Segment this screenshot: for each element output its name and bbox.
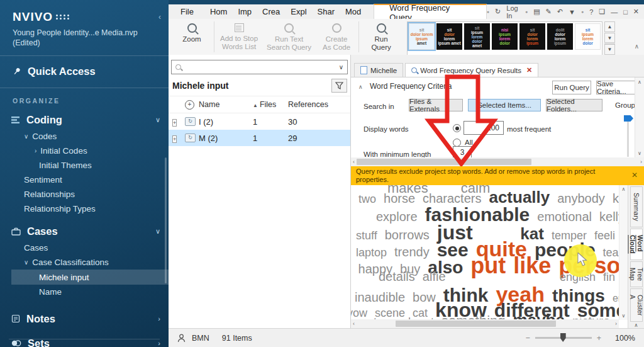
tab-michelle[interactable]: Michelle	[354, 63, 403, 77]
chevron-right-icon[interactable]: ›	[158, 339, 160, 347]
collapse-icon[interactable]: ∧	[358, 84, 363, 90]
criteria-horizontal-scrollbar[interactable]: ‹ ›	[351, 157, 644, 166]
sidebar-item-cases[interactable]: Cases ∨	[0, 222, 169, 241]
minimize-button[interactable]: —	[611, 8, 618, 16]
zoom-in-icon[interactable]: +	[597, 334, 601, 343]
cloud-word[interactable]: explore	[376, 210, 418, 223]
login-button[interactable]: Log In	[506, 4, 519, 20]
selected-folders-button[interactable]: Selected Folders...	[546, 99, 602, 111]
min-length-input[interactable]: 3	[453, 146, 472, 159]
sidebar-scrollbar[interactable]	[165, 157, 167, 283]
sidebar-item-relationship-types[interactable]: Relationship Types	[0, 202, 169, 216]
close-button[interactable]: ✕	[633, 8, 639, 16]
sidebar-item-name[interactable]: Name	[0, 285, 169, 299]
slider-handle-icon[interactable]	[624, 115, 633, 122]
gallery-more-icon[interactable]: ▼	[604, 43, 615, 55]
tab-word-frequency-query[interactable]: Word Frequency Query	[374, 4, 487, 20]
expand-icon[interactable]: +	[172, 135, 177, 143]
column-references[interactable]: References	[288, 100, 350, 109]
column-files[interactable]: ▲Files	[253, 100, 288, 109]
table-header[interactable]: + Name ▲Files References	[169, 96, 350, 113]
gallery-up-icon[interactable]: ▲	[604, 21, 615, 32]
feedback-icon[interactable]: ❏	[599, 8, 605, 16]
cloud-word[interactable]: borrows	[385, 229, 430, 241]
view-tab-cluster-a[interactable]: Cluster A	[630, 288, 643, 322]
cloud-word[interactable]: emotional	[537, 210, 592, 223]
add-column-icon[interactable]: +	[185, 100, 194, 110]
ribbon-tab-hom[interactable]: Hom	[207, 7, 230, 16]
cloud-word[interactable]: kind	[613, 192, 619, 205]
chevron-down-icon[interactable]: ∨	[339, 64, 343, 71]
scrollbar-thumb[interactable]	[396, 321, 556, 327]
expand-icon[interactable]: +	[172, 119, 177, 127]
sidebar-item-initial-themes[interactable]: Initial Themes	[0, 158, 169, 173]
sidebar-item-sentiment[interactable]: Sentiment	[0, 173, 169, 187]
gallery-thumb[interactable]: sitdolor loremipsumamet	[409, 23, 435, 50]
sidebar-item-initial-codes[interactable]: ›Initial Codes	[0, 144, 169, 158]
cloud-word[interactable]: anybody	[557, 192, 605, 205]
cloud-word[interactable]: like	[513, 254, 551, 277]
ribbon-tab-shar[interactable]: Shar	[314, 7, 338, 16]
cloud-word[interactable]: two	[358, 193, 376, 205]
ribbon-tab-file[interactable]: File	[177, 7, 197, 16]
cloud-word[interactable]: alfie	[423, 270, 446, 283]
table-row[interactable]: + ↻ I (2) 1 30	[169, 113, 350, 130]
zoom-slider-thumb[interactable]	[560, 333, 566, 342]
ribbon-collapse-icon[interactable]: ∧	[635, 43, 639, 50]
cloud-word[interactable]: trendy	[394, 246, 430, 258]
selected-items-button[interactable]: Selected Items...	[468, 99, 541, 111]
sidebar-item-case-classifications[interactable]: ∨Case Classifications	[0, 255, 169, 270]
view-tab-tree-map[interactable]: Tree Map	[630, 261, 643, 287]
sidebar-item-codes[interactable]: ∨Codes	[0, 129, 169, 144]
sidebar-item-coding[interactable]: Coding ∨	[0, 110, 169, 129]
criteria-vertical-scrollbar[interactable]: ∧∨	[635, 77, 644, 158]
redo-dropdown-icon[interactable]: ▼	[569, 8, 575, 16]
pencil-icon[interactable]: ✎	[546, 8, 552, 16]
table-row-selected[interactable]: + ↻ M (2) 1 29	[169, 130, 350, 146]
cloud-word[interactable]: details	[379, 270, 415, 283]
filter-button[interactable]	[331, 79, 347, 93]
save-icon[interactable]: ▤	[533, 8, 540, 16]
tab-word-frequency-query-results[interactable]: Word Frequency Query Results ✕	[405, 63, 538, 77]
gallery-thumb[interactable]: sitdolorloremipsum amet	[436, 23, 462, 50]
cloud-horizontal-scrollbar[interactable]: ‹ ›	[351, 319, 619, 328]
sync-icon[interactable]: ↻	[495, 8, 501, 16]
cloud-word[interactable]: kelly	[599, 210, 619, 223]
zoom-slider[interactable]	[535, 337, 592, 339]
add-to-stop-words-button[interactable]: Add to StopWords List	[216, 19, 262, 55]
chevron-down-icon[interactable]: ∨	[155, 227, 160, 236]
sidebar-item-relationships[interactable]: Relationships	[0, 187, 169, 202]
cloud-word[interactable]: fin	[603, 271, 615, 283]
cloud-word[interactable]: bow	[413, 291, 436, 304]
sidebar-item-sets[interactable]: Sets ›	[0, 334, 169, 347]
cloud-word[interactable]: vow	[351, 307, 367, 319]
ribbon-tab-imp[interactable]: Imp	[235, 7, 255, 16]
scroll-left-icon[interactable]: ‹	[351, 159, 357, 165]
create-as-code-button[interactable]: CreateAs Code	[316, 19, 357, 55]
gallery-thumb[interactable]: nisiipsumloremdolor	[492, 23, 518, 50]
search-input[interactable]: ∨	[171, 60, 348, 74]
run-text-search-query-button[interactable]: Run TextSearch Query	[262, 19, 316, 55]
close-tab-icon[interactable]: ✕	[526, 66, 532, 74]
sidebar-item-cases-sub[interactable]: Cases	[0, 241, 169, 255]
gallery-thumb[interactable]: sitipsumloremdolor	[575, 23, 601, 50]
most-frequent-radio[interactable]	[453, 124, 461, 132]
scroll-right-icon[interactable]: ›	[613, 321, 619, 327]
cloud-word[interactable]: horse	[384, 192, 415, 205]
sidebar-collapse-icon[interactable]: ‹	[158, 13, 161, 21]
sidebar-item-notes[interactable]: Notes ›	[0, 309, 169, 328]
cloud-word[interactable]: inaudible	[355, 291, 405, 304]
gallery-thumb[interactable]: dolitdolorloremipsum	[547, 23, 573, 50]
cloud-word[interactable]: laptop	[356, 247, 387, 258]
run-query-button[interactable]: RunQuery	[360, 19, 402, 55]
column-name[interactable]: Name	[199, 100, 253, 109]
cloud-word[interactable]: feeli	[594, 230, 615, 241]
scroll-left-icon[interactable]: ‹	[351, 321, 357, 327]
maximize-button[interactable]: □	[623, 8, 628, 16]
cloud-word[interactable]: put	[470, 254, 506, 277]
run-query-criteria-button[interactable]: Run Query	[552, 81, 591, 94]
cloud-vertical-scrollbar[interactable]: ∧∨	[619, 185, 628, 320]
group-slider[interactable]	[624, 115, 633, 157]
display-count-input[interactable]: 100	[464, 121, 504, 135]
cloud-word[interactable]: actually	[489, 189, 550, 205]
